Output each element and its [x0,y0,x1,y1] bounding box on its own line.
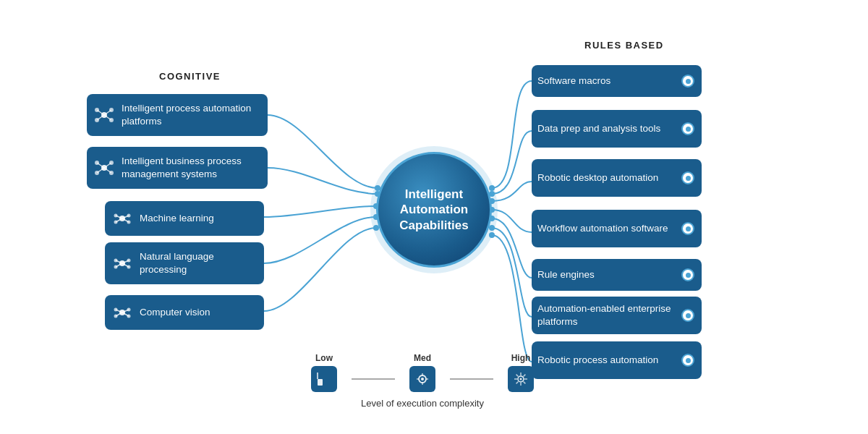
svg-line-74 [516,382,519,384]
re-text: Rule engines [537,268,676,281]
aep-text: Automation-enabled enterprise platforms [537,302,676,328]
complexity-line-2 [450,378,493,380]
center-node: Intelligent Automation Capabilities [376,152,492,268]
svg-line-73 [524,375,526,377]
ipa-icon [93,103,116,127]
svg-point-10 [489,225,495,231]
ibpm-text: Intelligent business process management … [122,155,260,180]
cap-sm: Software macros [532,65,702,97]
cap-ml: Machine learning [105,201,264,236]
ml-icon [111,207,134,230]
cap-nlp: Natural language processing [105,242,264,284]
nlp-text: Natural language processing [140,250,257,276]
sm-connector [681,75,694,88]
was-text: Workflow automation software [537,222,676,235]
dpa-text: Data prep and analysis tools [537,122,676,135]
cv-icon [111,301,134,324]
ml-text: Machine learning [140,212,257,225]
svg-point-60 [421,378,424,380]
cap-was: Workflow automation software [532,210,702,247]
svg-point-5 [489,185,495,191]
high-label: High [511,353,531,363]
rpa-text: Robotic process automation [537,354,676,367]
diagram-container: Intelligent Automation Capabilities COGN… [0,0,868,434]
cap-aep: Automation-enabled enterprise platforms [532,297,702,334]
med-icon [409,366,435,392]
svg-point-11 [489,232,495,238]
cap-rda: Robotic desktop automation [532,159,702,197]
re-connector [681,268,694,281]
low-label: Low [315,353,333,363]
cap-ipa: Intelligent process automation platforms [87,94,268,136]
ibpm-icon [93,156,116,179]
svg-line-71 [516,375,519,377]
cv-text: Computer vision [140,306,257,319]
sm-text: Software macros [537,75,676,88]
svg-rect-57 [318,379,323,386]
cap-re: Rule engines [532,259,702,291]
complexity-legend: Low Med [311,353,534,409]
cognitive-label: COGNITIVE [159,71,221,82]
aep-connector [681,309,694,322]
ipa-text: Intelligent process automation platforms [122,102,260,127]
complexity-caption: Level of execution complexity [361,398,484,409]
rda-connector [681,171,694,184]
high-icon [508,366,534,392]
nlp-icon [111,252,134,275]
complexity-low: Low [311,353,337,392]
complexity-line-1 [352,378,395,380]
cap-dpa: Data prep and analysis tools [532,110,702,148]
cap-rpa: Robotic process automation [532,341,702,379]
was-connector [681,222,694,235]
rules-label: RULES BASED [584,40,664,51]
center-title: Intelligent Automation Capabilities [378,187,490,233]
complexity-scale: Low Med [311,353,534,392]
svg-point-66 [520,378,522,380]
med-label: Med [414,353,431,363]
svg-line-72 [524,382,526,384]
low-icon [311,366,337,392]
dpa-connector [681,122,694,135]
cap-ibpm: Intelligent business process management … [87,147,268,189]
complexity-high: High [508,353,534,392]
cap-cv: Computer vision [105,295,264,330]
rpa-connector [681,354,694,367]
complexity-med: Med [409,353,435,392]
rda-text: Robotic desktop automation [537,171,676,184]
